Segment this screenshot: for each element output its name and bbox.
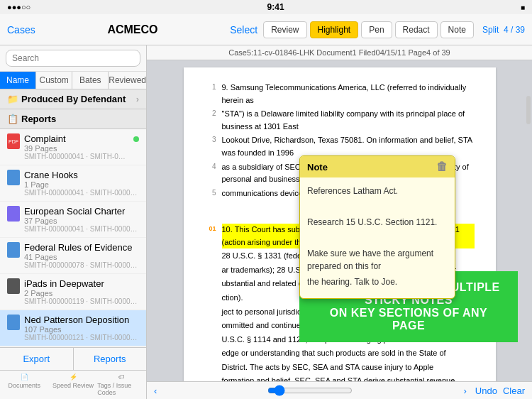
speed-review-icon: ⚡ [70,373,77,381]
review-button[interactable]: Review [263,21,306,38]
sidebar-bottom-buttons: Export Reports [0,347,146,370]
tags-icon-button[interactable]: 🏷 Tags / Issue Codes [97,373,146,396]
chevron-right-icon: › [136,94,139,104]
sidebar-tabs: Name Custom Bates Reviewed [0,72,146,89]
doc-line: 2 "STA") is a Delaware limited liability… [205,108,475,133]
tab-bates[interactable]: Bates [72,72,109,89]
tab-reviewed[interactable]: Reviewed [109,72,146,89]
status-right: ■ [521,4,525,11]
item-name: European Social Charter [24,206,139,217]
tags-label: Tags / Issue Codes [97,382,146,396]
page-slider-area [157,385,463,396]
tab-custom[interactable]: Custom [36,72,72,89]
export-button[interactable]: Export [0,348,74,370]
tab-name[interactable]: Name [0,72,36,89]
item-pages: 2 Pages [24,289,139,297]
search-input[interactable] [6,50,140,67]
item-pages: 107 Pages [24,325,139,334]
select-button[interactable]: Select [230,24,257,35]
reports-button[interactable]: Reports [74,348,147,370]
cases-nav-button[interactable]: Cases [7,24,35,35]
list-item[interactable]: iPads in Deepwater 2 Pages SMITH-0000001… [0,274,146,310]
split-button[interactable]: Split 4 / 39 [482,25,525,35]
note-delete-button[interactable]: 🗑 [436,160,448,173]
item-pages: 37 Pages [24,217,139,225]
split-label: Split [482,25,499,35]
doc-line: 1 9. Samsung Telecommunications America,… [205,82,475,106]
pen-button[interactable]: Pen [361,21,392,38]
doc-icon [7,170,20,185]
cta-line2: ON KEY SECTIONS OF ANY PAGE [314,307,504,332]
note-title: Note [307,162,328,173]
battery-icon: ■ [521,4,525,11]
note-line-6: the hearing. Talk to Joe. [307,275,448,288]
documents-label: Documents [9,382,41,389]
note-line-5: Make sure we have the argument prepared … [307,247,448,273]
sidebar: Name Custom Bates Reviewed 📁 Produced By… [0,45,147,399]
tags-icon: 🏷 [118,373,125,381]
status-left: ●●●○○ [7,3,31,11]
page-slider[interactable] [267,385,353,396]
undo-button[interactable]: Undo [475,386,497,396]
doc-icon [7,278,20,294]
scroll-indicator [526,96,531,124]
note-body: References Latham Act. Research 15 U.S.C… [300,177,455,298]
next-page-button[interactable]: › [464,386,467,396]
reports-folder-icon: 📋 [7,114,18,124]
note-line-4 [307,231,448,244]
search-bar [0,45,146,72]
item-pages: 41 Pages [24,253,139,261]
item-id: SMITH-000000041 · SMITH-000000039 [24,153,129,160]
item-id: SMITH-000000078 · SMITH-000000118 [24,261,139,269]
app-container: Cases ACMECO Select Review Highlight Pen… [0,14,532,399]
item-id: SMITH-000000119 · SMITH-000000120 [24,297,139,305]
note-header: Note 🗑 [300,156,455,177]
doc-toolbar: Review Highlight Pen Redact Note Split 4… [263,21,525,38]
speed-review-icon-button[interactable]: ⚡ Speed Review [49,373,98,396]
list-item[interactable]: PDF Complaint 39 Pages SMITH-000000041 ·… [0,129,146,165]
doc-area: Case5:11-cv-01846-LHK Document1 Filed04/… [147,45,532,399]
folder-icon: 📁 [7,94,18,104]
doc-header: Case5:11-cv-01846-LHK Document1 Filed04/… [147,45,532,60]
item-pages: 1 Page [24,180,139,189]
item-pages: 39 Pages [24,144,129,153]
status-time: 9:41 [267,2,284,12]
sidebar-list: PDF Complaint 39 Pages SMITH-000000041 ·… [0,129,146,347]
list-item[interactable]: Crane Hooks 1 Page SMITH-000000041 · SMI… [0,165,146,202]
redact-button[interactable]: Redact [395,21,438,38]
doc-line: District. The acts by SEC, SEA and STA c… [205,361,475,374]
top-nav: Cases ACMECO Select Review Highlight Pen… [0,14,532,45]
doc-icon [7,242,20,258]
item-id: SMITH-000000121 · SMITH-000000227 [24,334,139,341]
doc-footer: ‹ › Undo Clear [147,381,532,399]
note-line-3: Research 15 U.S.C. Section 1121. [307,216,448,229]
item-name: Crane Hooks [24,170,139,180]
list-item[interactable]: Ned Patterson Deposition 107 Pages SMITH… [0,310,146,346]
item-name: Ned Patterson Deposition [24,315,139,325]
list-item[interactable]: Federal Rules of Evidence 41 Pages SMITH… [0,238,146,274]
content-area: Name Custom Bates Reviewed 📁 Produced By… [0,45,532,399]
doc-icon [7,315,20,330]
section-produced-header: 📁 Produced By Defendant › [0,89,146,109]
highlight-button[interactable]: Highlight [310,21,359,38]
item-name: Complaint [24,133,129,144]
item-name: Federal Rules of Evidence [24,242,139,253]
documents-icon-button[interactable]: 📄 Documents [0,373,49,396]
signal-icon: ●●●○○ [7,3,31,11]
note-button[interactable]: Note [440,21,474,38]
clear-button[interactable]: Clear [503,386,525,396]
app-title: ACMECO [41,23,225,36]
doc-line: edge or understanding that such products… [205,347,475,360]
section-reports-header: 📋 Reports [0,109,146,129]
doc-icon [7,206,20,222]
status-badge [133,136,139,142]
list-item[interactable]: European Social Charter 37 Pages SMITH-0… [0,202,146,238]
item-name: iPads in Deepwater [24,278,139,289]
speed-review-label: Speed Review [52,382,94,389]
bottom-icon-bar: 📄 Documents ⚡ Speed Review 🏷 Tags / Issu… [0,370,146,399]
documents-icon: 📄 [21,373,28,381]
doc-icon: PDF [7,133,20,149]
section-reports-label: Reports [21,114,139,124]
item-id: SMITH-000000041 · SMITH-000000040 [24,189,139,197]
split-count: 4 / 39 [504,25,525,35]
